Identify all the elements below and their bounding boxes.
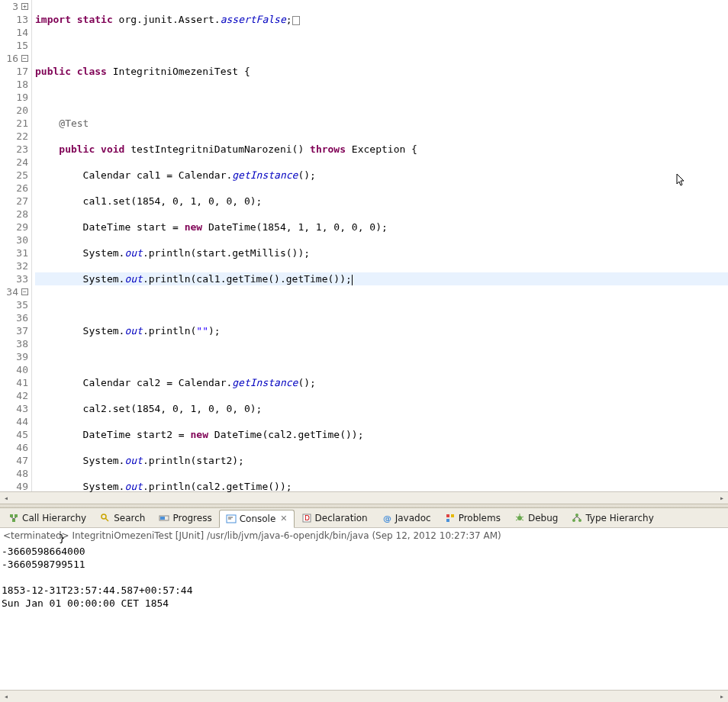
static-member: out [124,455,142,466]
code-text: System. [35,455,124,466]
static-member: getInstance [232,169,298,181]
line-number: 43 [16,402,28,415]
keyword: public [59,143,95,155]
code-text: Exception { [346,143,417,155]
code-text: .println(start2); [143,455,244,466]
keyword: import [35,14,71,25]
line-number: 32 [16,259,28,272]
code-text: System. [35,325,124,337]
line-number: 14 [16,26,28,39]
static-member: out [124,481,142,492]
folded-indicator-icon[interactable] [292,16,300,25]
code-text: cal1.set(1854, 0, 1, 0, 0, 0); [35,195,262,207]
code-text: Calendar cal1 = Calendar. [35,169,232,181]
close-icon[interactable]: ✕ [280,514,287,523]
code-text: DateTime(cal2.getTime()); [208,429,364,440]
line-number: 23 [16,143,28,156]
line-number: 35 [16,298,28,311]
line-number: 39 [16,350,28,363]
line-number: 16 [6,52,18,65]
annotation: @Test [59,118,89,129]
svg-line-3 [11,517,14,519]
current-line-highlight: System.out.println(cal1.getTime().getTim… [35,272,728,285]
keyword: void [101,143,124,155]
line-number: 42 [16,389,28,402]
line-number: 19 [16,91,28,104]
svg-rect-1 [14,514,18,517]
code-text: .println( [143,325,196,337]
line-number: 45 [16,428,28,441]
code-text: } [35,533,65,544]
static-member: out [124,273,142,285]
text-caret [352,275,353,285]
code-text: System. [35,247,124,259]
static-member: assertFalse [221,14,286,25]
svg-rect-0 [10,514,13,517]
code-text: ; [286,14,292,25]
line-number: 47 [16,454,28,467]
scroll-left-icon[interactable]: ◂ [0,493,12,504]
code-text: System. [35,481,124,492]
line-number: 41 [16,376,28,389]
svg-line-4 [14,517,16,519]
line-number: 36 [16,311,28,324]
code-content[interactable]: import static org.junit.Assert.assertFal… [32,0,728,491]
fold-collapse-icon[interactable]: − [21,55,28,62]
keyword: new [191,429,208,440]
line-number: 33 [16,272,28,285]
code-text: cal2.set(1854, 0, 1, 0, 0, 0); [35,403,262,414]
keyword: public [35,66,71,77]
line-number: 20 [16,104,28,117]
line-number: 13 [16,13,28,26]
keyword: class [77,66,107,77]
tab-console[interactable]: Console ✕ [219,510,295,528]
line-number: 15 [16,39,28,52]
line-number-gutter: 3+ 13 14 15 16− 17 18 19 20 21 22 23 24 … [0,0,32,491]
code-text: testIntegritniDatumNarozeni() [124,143,310,155]
static-member: out [124,325,142,337]
line-number: 27 [16,195,28,208]
line-number: 3 [12,0,18,13]
line-number: 40 [16,363,28,376]
line-number: 25 [16,169,28,182]
string-literal: "" [196,325,208,337]
code-editor[interactable]: 3+ 13 14 15 16− 17 18 19 20 21 22 23 24 … [0,0,728,491]
code-text: IntegritniOmezeniTest { [107,66,250,77]
code-text: System. [35,273,124,285]
code-text: ); [208,325,221,337]
tab-label: Console [240,514,276,524]
line-number: 44 [16,415,28,428]
code-text: (); [298,377,315,388]
line-number: 28 [16,208,28,221]
line-number: 18 [16,78,28,91]
line-number: 48 [16,467,28,480]
code-text: DateTime start = [35,221,185,233]
fold-expand-icon[interactable]: + [21,3,28,10]
code-text: (); [298,169,315,181]
line-number: 34 [6,285,18,298]
code-text: Calendar cal2 = Calendar. [35,377,232,388]
code-text: org.junit.Assert. [113,14,221,25]
line-number: 49 [16,480,28,493]
line-number: 38 [16,337,28,350]
keyword: static [77,14,113,25]
static-member: out [124,247,142,259]
line-number: 21 [16,117,28,130]
console-icon [226,514,237,524]
line-number: 22 [16,130,28,143]
call-hierarchy-icon [8,513,19,523]
line-number: 26 [16,182,28,195]
line-number: 46 [16,441,28,454]
line-number: 37 [16,324,28,337]
code-text: .println(cal1.getTime().getTime()); [143,273,352,285]
line-number: 29 [16,221,28,233]
line-number: 24 [16,156,28,169]
fold-collapse-icon[interactable]: − [21,288,28,295]
static-member: getInstance [232,377,298,388]
code-text: DateTime start2 = [35,429,191,440]
line-number: 31 [16,246,28,259]
line-number: 30 [16,233,28,246]
code-text: .println(start.getMillis()); [143,247,310,259]
keyword: new [185,221,202,233]
scroll-left-icon[interactable]: ◂ [0,691,12,702]
